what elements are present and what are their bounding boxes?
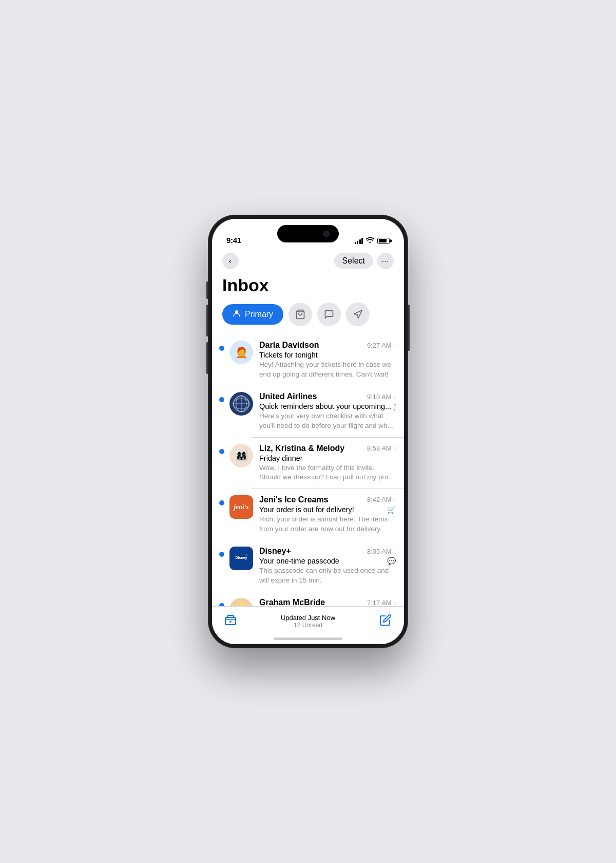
signal-icon <box>355 238 363 244</box>
sender-jenis: Jeni's Ice Creams <box>259 495 329 504</box>
avatar-darla: 🧑‍🦰 <box>229 341 253 364</box>
nav-bar: ‹ Select ··· <box>212 249 404 271</box>
svg-point-0 <box>235 310 238 313</box>
category-tabs: Primary <box>212 303 404 334</box>
unread-dot <box>219 397 224 402</box>
email-item-jenis[interactable]: jeni's Jeni's Ice Creams 8:42 AM › Your … <box>212 489 404 540</box>
subject-group: Friday dinner <box>259 454 303 462</box>
subject-united: Quick reminders about your upcoming... <box>259 402 391 410</box>
unread-dot <box>219 449 224 454</box>
preview-disney: This passcode can only be used once and … <box>259 566 396 586</box>
unread-dot <box>219 552 224 557</box>
email-item-darla[interactable]: 🧑‍🦰 Darla Davidson 9:27 AM › Tickets for… <box>212 334 404 386</box>
chevron-group: › <box>394 444 396 452</box>
tab-primary[interactable]: Primary <box>222 304 283 325</box>
unread-label: 12 Unread <box>294 622 322 629</box>
tab-promotions[interactable] <box>346 303 370 326</box>
chevron-united: › <box>394 393 396 401</box>
email-item-group[interactable]: 👩‍👩‍👧 Liz, Kristina & Melody 8:58 AM › F… <box>212 438 404 489</box>
compose-button[interactable] <box>379 614 392 629</box>
preview-darla: Hey! Attaching your tickets here in case… <box>259 360 396 380</box>
email-content-group: Liz, Kristina & Melody 8:58 AM › Friday … <box>259 444 396 483</box>
svg-point-12 <box>229 621 232 623</box>
bottom-bar-center: Updated Just Now 12 Unread <box>281 614 335 629</box>
content-area: ‹ Select ··· Inbox <box>212 249 404 644</box>
primary-tab-label: Primary <box>245 310 273 319</box>
phone-frame: 9:41 <box>208 215 408 648</box>
time-united: 9:10 AM <box>367 393 392 401</box>
select-button[interactable]: Select <box>334 253 373 269</box>
sender-disney: Disney+ <box>259 547 291 556</box>
battery-icon <box>377 238 390 244</box>
message-tag-disney: 💬 <box>387 557 396 565</box>
tab-messages[interactable] <box>317 303 341 326</box>
subject-disney: Your one-time passcode <box>259 557 339 565</box>
email-content-darla: Darla Davidson 9:27 AM › Tickets for ton… <box>259 341 396 380</box>
phone-screen: 9:41 <box>212 219 404 644</box>
home-indicator <box>274 637 342 640</box>
time-group: 8:58 AM <box>367 444 392 452</box>
back-button[interactable]: ‹ <box>222 253 239 269</box>
svg-text:+: + <box>245 553 248 558</box>
volume-up-button[interactable] <box>206 305 208 336</box>
chevron-disney: › <box>394 548 396 555</box>
more-icon: ··· <box>382 257 390 265</box>
status-icons <box>355 237 390 245</box>
unread-dot <box>219 346 224 351</box>
inbox-title: Inbox <box>212 271 404 303</box>
volume-down-button[interactable] <box>206 342 208 374</box>
avatar-group: 👩‍👩‍👧 <box>229 444 253 467</box>
nav-actions: Select ··· <box>334 253 394 269</box>
dynamic-island <box>277 225 339 242</box>
preview-jenis: Rich, your order is almost here. The ite… <box>259 515 396 534</box>
time-graham: 7:17 AM <box>367 599 392 607</box>
subject-jenis: Your order is out for delivery! <box>259 505 354 514</box>
unread-dot <box>219 500 224 505</box>
person-icon <box>233 309 241 320</box>
cart-tag-jenis: 🛒 <box>387 505 396 514</box>
cart-tag-united: 🛒 <box>393 402 396 410</box>
email-content-disney: Disney+ 8:05 AM › Your one-time passcode… <box>259 547 396 586</box>
email-item-united[interactable]: United Airlines 9:10 AM › Quick reminder… <box>212 386 404 437</box>
time-jenis: 8:42 AM <box>367 496 392 503</box>
avatar-jenis: jeni's <box>229 495 253 519</box>
tab-shopping[interactable] <box>288 303 312 326</box>
time-disney: 8:05 AM <box>367 548 392 555</box>
power-button[interactable] <box>408 305 410 351</box>
sender-darla: Darla Davidson <box>259 341 319 350</box>
email-list: 🧑‍🦰 Darla Davidson 9:27 AM › Tickets for… <box>212 334 404 633</box>
email-content-jenis: Jeni's Ice Creams 8:42 AM › Your order i… <box>259 495 396 534</box>
chevron-darla: › <box>394 342 396 349</box>
email-item-disney[interactable]: Disney + Disney+ 8:05 AM › <box>212 540 404 592</box>
time-darla: 9:27 AM <box>367 342 392 349</box>
sender-united: United Airlines <box>259 392 317 401</box>
avatar-disney: Disney + <box>229 547 253 570</box>
back-icon: ‹ <box>229 257 232 265</box>
wifi-icon <box>366 237 374 245</box>
chevron-graham: › <box>394 599 396 607</box>
status-time: 9:41 <box>226 236 241 245</box>
subject-darla: Tickets for tonight <box>259 351 318 359</box>
updated-label: Updated Just Now <box>281 614 335 622</box>
chevron-jenis: › <box>394 496 396 503</box>
sender-group: Liz, Kristina & Melody <box>259 444 344 453</box>
avatar-united <box>229 392 253 416</box>
preview-group: Wow, I love the formality of this invite… <box>259 463 396 483</box>
mailboxes-button[interactable] <box>224 614 237 629</box>
email-content-united: United Airlines 9:10 AM › Quick reminder… <box>259 392 396 431</box>
more-button[interactable]: ··· <box>377 253 394 269</box>
preview-united: Here's your very own checklist with what… <box>259 411 396 431</box>
